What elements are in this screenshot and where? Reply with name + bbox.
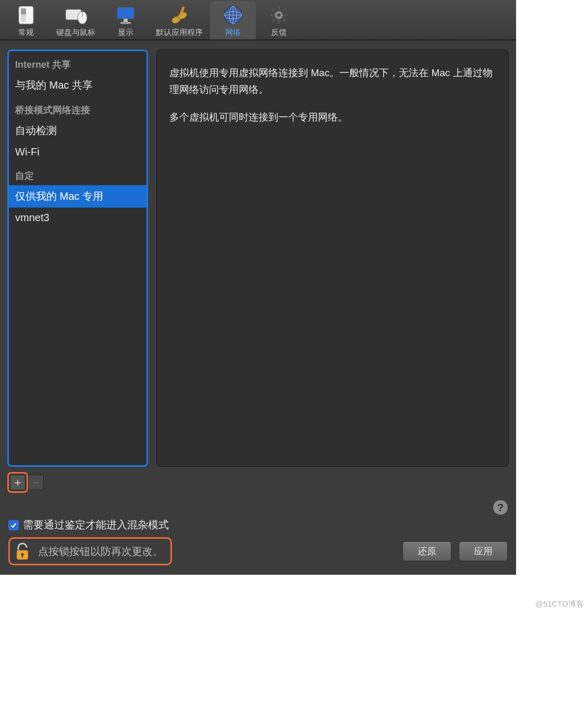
tab-label: 默认应用程序	[156, 28, 203, 38]
tab-network[interactable]: 网络	[210, 1, 256, 40]
watermark-text: @51CTO博客	[535, 599, 584, 609]
tab-keyboard-mouse[interactable]: 键盘与鼠标	[49, 1, 103, 40]
switch-icon	[14, 4, 39, 26]
promiscuous-auth-label: 需要通过鉴定才能进入混杂模式	[23, 518, 169, 532]
add-remove-group: ＋ －	[7, 472, 148, 493]
sidebar-section-custom: 自定	[9, 162, 146, 185]
sidebar-item-wifi[interactable]: Wi-Fi	[9, 142, 146, 162]
sidebar-item-host-only[interactable]: 仅供我的 Mac 专用	[9, 185, 146, 208]
lock-highlight: 点按锁按钮以防再次更改。	[8, 537, 172, 565]
svg-line-25	[283, 9, 285, 11]
help-button[interactable]: ?	[493, 500, 508, 515]
promiscuous-auth-checkbox[interactable]	[8, 520, 19, 530]
tab-label: 显示	[118, 28, 133, 38]
svg-point-27	[277, 14, 280, 17]
add-button-highlight: ＋	[7, 472, 28, 493]
default-apps-icon	[167, 4, 192, 26]
tab-default-apps[interactable]: 默认应用程序	[149, 1, 210, 40]
sidebar-section-internet-sharing: Internet 共享	[9, 51, 146, 74]
svg-line-24	[283, 19, 285, 21]
tab-display[interactable]: 显示	[103, 1, 149, 40]
tab-general[interactable]: 常规	[3, 1, 49, 40]
revert-button[interactable]: 还原	[402, 541, 451, 561]
sidebar-item-autodetect[interactable]: 自动检测	[9, 119, 146, 142]
lock-text: 点按锁按钮以防再次更改。	[38, 544, 163, 559]
svg-line-26	[273, 19, 275, 21]
remove-network-button[interactable]: －	[28, 475, 44, 490]
svg-rect-8	[120, 22, 131, 24]
add-network-button[interactable]: ＋	[10, 475, 26, 490]
svg-rect-7	[124, 19, 128, 22]
apply-button[interactable]: 应用	[459, 541, 508, 561]
detail-paragraph-1: 虚拟机使用专用虚拟网络连接到 Mac。一般情况下，无法在 Mac 上通过物理网络…	[169, 65, 496, 99]
svg-rect-2	[21, 8, 26, 15]
sidebar-section-bridged: 桥接模式网络连接	[9, 96, 146, 119]
detail-panel: 虚拟机使用专用虚拟网络连接到 Mac。一般情况下，无法在 Mac 上通过物理网络…	[156, 50, 509, 467]
tab-label: 常规	[18, 28, 34, 38]
svg-rect-6	[117, 7, 134, 19]
lock-icon[interactable]	[14, 542, 31, 561]
preferences-toolbar: 常规 键盘与鼠标 显示 默认应用程序 网络	[0, 0, 516, 40]
gear-icon	[266, 4, 291, 26]
network-globe-icon	[220, 4, 246, 26]
svg-marker-12	[187, 5, 189, 8]
sidebar-item-share-with-mac[interactable]: 与我的 Mac 共享	[9, 74, 146, 96]
sidebar-item-vmnet3[interactable]: vmnet3	[9, 208, 146, 228]
tab-feedback[interactable]: 反馈	[256, 1, 302, 40]
keyboard-mouse-icon	[64, 4, 89, 26]
svg-rect-31	[22, 554, 23, 558]
tab-label: 网络	[225, 28, 241, 38]
svg-line-23	[273, 9, 275, 11]
display-icon	[113, 4, 138, 26]
tab-label: 键盘与鼠标	[56, 28, 95, 38]
detail-paragraph-2: 多个虚拟机可同时连接到一个专用网络。	[169, 109, 496, 126]
network-sidebar: Internet 共享 与我的 Mac 共享 桥接模式网络连接 自动检测 Wi-…	[7, 50, 148, 467]
tab-label: 反馈	[271, 28, 287, 38]
